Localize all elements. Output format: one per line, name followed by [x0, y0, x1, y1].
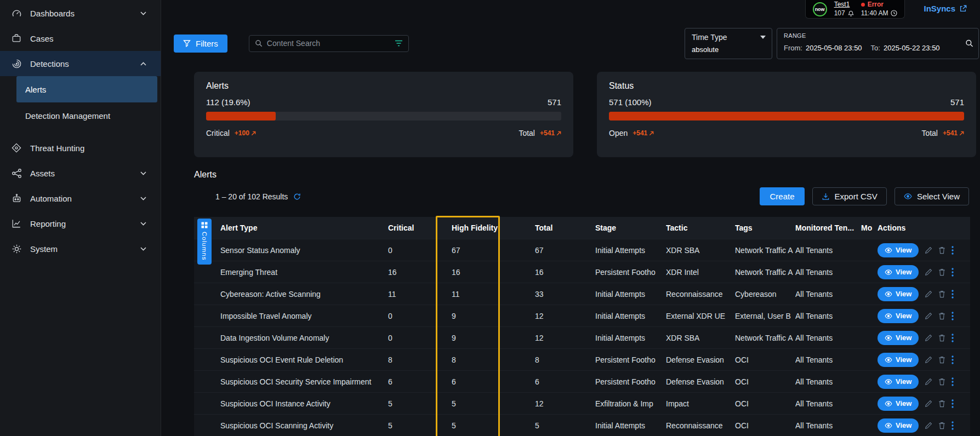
view-button[interactable]: View	[878, 331, 919, 345]
view-button[interactable]: View	[878, 353, 919, 367]
search-input[interactable]	[267, 39, 390, 48]
kebab-menu-icon[interactable]	[951, 246, 954, 255]
trend-up-icon	[251, 131, 256, 136]
time-type-dropdown[interactable]: Time Type absolute	[685, 28, 772, 59]
cell-alert-type[interactable]: Suspicious OCI Scanning Activity	[220, 421, 388, 430]
header-total[interactable]: Total	[535, 223, 595, 232]
edit-icon[interactable]	[925, 334, 932, 342]
sidebar-item-assets[interactable]: Assets	[0, 160, 161, 186]
cell-stage: Initial Attempts	[595, 290, 666, 299]
error-status[interactable]: Error	[861, 1, 898, 8]
account-widget[interactable]: now Test1 107 Error	[805, 0, 905, 19]
advanced-filter-icon[interactable]	[395, 40, 403, 47]
table-row[interactable]: Sensor Status Anomaly 0 67 67 Initial At…	[194, 239, 970, 261]
edit-icon[interactable]	[925, 356, 932, 364]
header-high-fidelity[interactable]: High Fidelity	[452, 223, 535, 232]
kebab-menu-icon[interactable]	[951, 290, 954, 299]
sidebar-item-threat-hunting[interactable]: Threat Hunting	[0, 135, 161, 160]
delete-icon[interactable]	[938, 422, 945, 429]
cell-critical: 11	[388, 290, 452, 299]
select-view-button[interactable]: Select View	[894, 187, 969, 205]
edit-icon[interactable]	[925, 246, 932, 254]
view-button[interactable]: View	[878, 309, 919, 323]
cell-alert-type[interactable]: Suspicious OCI Event Rule Deletion	[220, 355, 388, 364]
sidebar-subitem-alerts[interactable]: Alerts	[16, 76, 157, 102]
account-name[interactable]: Test1	[834, 1, 854, 8]
kebab-menu-icon[interactable]	[951, 399, 954, 408]
kebab-menu-icon[interactable]	[951, 355, 954, 364]
sidebar-item-detections[interactable]: Detections	[0, 51, 161, 76]
edit-icon[interactable]	[925, 290, 932, 298]
header-critical[interactable]: Critical	[388, 223, 452, 232]
footer-right-delta: +541	[943, 129, 964, 137]
view-button[interactable]: View	[878, 418, 919, 433]
range-search-icon[interactable]	[965, 39, 973, 48]
cell-alert-type[interactable]: Impossible Travel Anomaly	[220, 312, 388, 320]
range-picker[interactable]: RANGE From: 2025-05-08 23:50 To: 2025-05…	[777, 28, 979, 59]
filters-button[interactable]: Filters	[174, 35, 227, 53]
refresh-icon[interactable]	[293, 193, 301, 200]
export-csv-button[interactable]: Export CSV	[812, 187, 887, 205]
header-stage[interactable]: Stage	[595, 223, 666, 232]
notification-row[interactable]: 107	[834, 10, 854, 17]
footer-right-label: Total	[519, 129, 535, 137]
cell-alert-type[interactable]: Suspicious OCI Instance Activity	[220, 399, 388, 408]
view-button[interactable]: View	[878, 397, 919, 411]
delete-icon[interactable]	[938, 400, 945, 408]
view-button[interactable]: View	[878, 375, 919, 389]
table-row[interactable]: Emerging Threat 16 16 16 Persistent Foot…	[194, 261, 970, 283]
cell-alert-type[interactable]: Data Ingestion Volume Anomaly	[220, 334, 388, 342]
table-row[interactable]: Data Ingestion Volume Anomaly 0 9 12 Ini…	[194, 326, 970, 348]
table-row[interactable]: Suspicious OCI Security Service Impairme…	[194, 370, 970, 392]
delete-icon[interactable]	[938, 378, 945, 386]
header-monitored-tenants[interactable]: Monitored Ten...	[795, 223, 861, 232]
cell-alert-type[interactable]: Suspicious OCI Security Service Impairme…	[220, 377, 388, 386]
delete-icon[interactable]	[938, 246, 945, 254]
delete-icon[interactable]	[938, 268, 945, 276]
edit-icon[interactable]	[925, 400, 932, 408]
cell-alert-type[interactable]: Emerging Threat	[220, 268, 388, 277]
sidebar-item-cases[interactable]: Cases	[0, 26, 161, 51]
delete-icon[interactable]	[938, 312, 945, 320]
sidebar-item-system[interactable]: System	[0, 236, 161, 261]
edit-icon[interactable]	[925, 312, 932, 320]
table-row[interactable]: Cybereason: Active Scanning 11 11 33 Ini…	[194, 283, 970, 305]
insyncs-link[interactable]: InSyncs	[924, 4, 967, 13]
sidebar-item-reporting[interactable]: Reporting	[0, 211, 161, 236]
cell-alert-type[interactable]: Sensor Status Anomaly	[220, 246, 388, 255]
table-row[interactable]: Suspicious OCI Scanning Activity 5 5 5 I…	[194, 414, 970, 436]
delete-icon[interactable]	[938, 290, 945, 298]
cell-tags: OCI	[735, 399, 795, 408]
table-row[interactable]: Suspicious OCI Instance Activity 5 5 12 …	[194, 392, 970, 414]
kebab-menu-icon[interactable]	[951, 334, 954, 342]
delete-icon[interactable]	[938, 356, 945, 364]
kebab-menu-icon[interactable]	[951, 268, 954, 277]
edit-icon[interactable]	[925, 378, 932, 386]
header-alert-type[interactable]: Alert Type	[220, 223, 388, 232]
cell-alert-type[interactable]: Cybereason: Active Scanning	[220, 290, 388, 299]
error-dot-icon	[861, 3, 865, 7]
assets-icon	[11, 168, 22, 179]
cell-high-fidelity: 5	[452, 399, 535, 408]
columns-button[interactable]: Columns	[197, 219, 212, 265]
table-row[interactable]: Suspicious OCI Event Rule Deletion 8 8 8…	[194, 348, 970, 370]
sidebar-subitem-detection-management[interactable]: Detection Management	[0, 102, 161, 129]
delete-icon[interactable]	[938, 334, 945, 342]
kebab-menu-icon[interactable]	[951, 377, 954, 386]
kebab-menu-icon[interactable]	[951, 421, 954, 430]
sidebar-item-dashboards[interactable]: Dashboards	[0, 1, 161, 26]
create-button[interactable]: Create	[760, 187, 804, 205]
kebab-menu-icon[interactable]	[951, 312, 954, 320]
range-from-label: From:	[784, 44, 802, 52]
header-tactic[interactable]: Tactic	[666, 223, 735, 232]
header-mo[interactable]: Mo	[861, 223, 878, 232]
edit-icon[interactable]	[925, 422, 932, 429]
view-button[interactable]: View	[878, 287, 919, 301]
table-row[interactable]: Impossible Travel Anomaly 0 9 12 Initial…	[194, 305, 970, 326]
sidebar-item-automation[interactable]: Automation	[0, 186, 161, 211]
view-button[interactable]: View	[878, 243, 919, 257]
view-button[interactable]: View	[878, 265, 919, 279]
edit-icon[interactable]	[925, 268, 932, 276]
cell-stage: Exfiltration & Imp	[595, 399, 666, 408]
header-tags[interactable]: Tags	[735, 223, 795, 232]
